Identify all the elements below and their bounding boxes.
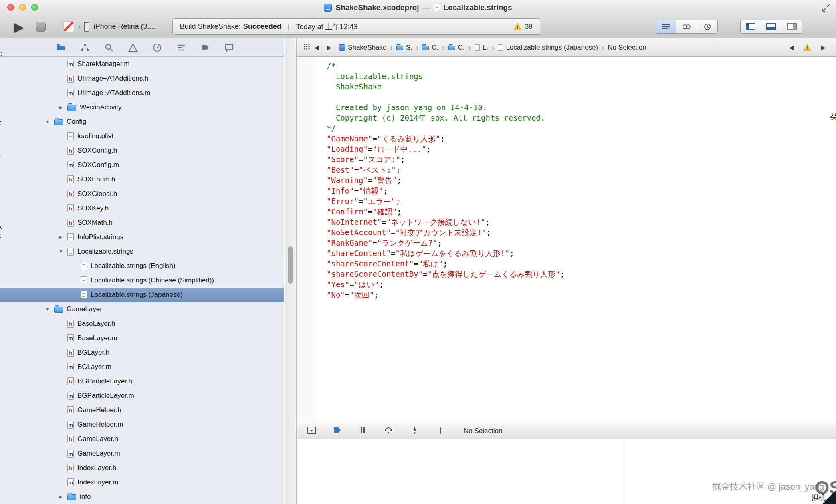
file-row[interactable]: hBGParticleLayer.h (0, 374, 284, 389)
debug-navigator-icon[interactable] (176, 43, 186, 52)
file-row[interactable]: hSOXKey.h (0, 201, 284, 216)
breakpoint-navigator-icon[interactable] (200, 43, 210, 52)
file-row[interactable]: hIndexLayer.h (0, 461, 284, 475)
file-row[interactable]: mShareManager.m (0, 57, 284, 71)
scrollbar-thumb[interactable] (288, 246, 293, 284)
edge-fragment: 类 (830, 111, 836, 122)
m-file-icon: m (67, 450, 74, 458)
file-row[interactable]: Localizable.strings (English) (0, 259, 284, 273)
file-list[interactable]: mShareManager.mhUIImage+ATAdditions.hmUI… (0, 57, 284, 504)
project-navigator-icon[interactable] (56, 43, 66, 52)
step-out-icon[interactable] (436, 426, 445, 436)
file-row[interactable]: Localizable.strings (Chinese (Simplified… (0, 273, 284, 288)
h-file-icon: h (67, 406, 74, 414)
next-issue-icon[interactable]: ▶ (821, 44, 826, 51)
strings-file-icon (81, 262, 87, 270)
file-row[interactable]: hSOXGlobal.h (0, 187, 284, 201)
file-label: ShareManager.m (77, 60, 129, 68)
app-icon (63, 21, 74, 32)
file-row[interactable]: hGameHelper.h (0, 403, 284, 417)
file-row[interactable]: hSOXEnum.h (0, 172, 284, 187)
scheme-selector[interactable]: › iPhone Retina (3.... (63, 21, 155, 32)
run-button[interactable]: ▶ (14, 20, 24, 34)
assistant-editor-button[interactable] (676, 20, 697, 33)
symbol-navigator-icon[interactable] (80, 43, 90, 52)
hide-debug-area-icon[interactable] (307, 426, 316, 436)
code-line: Localizable.strings (327, 71, 565, 81)
search-navigator-icon[interactable] (104, 43, 114, 52)
file-row[interactable]: hBGLayer.h (0, 345, 284, 360)
code-area[interactable]: /* Localizable.strings ShakeShake Create… (327, 60, 565, 300)
disclosure-closed-icon[interactable]: ▶ (59, 234, 67, 240)
file-label: SOXEnum.h (77, 175, 115, 183)
m-file-icon: m (67, 478, 74, 486)
file-row[interactable]: hSOXMath.h (0, 216, 284, 230)
breadcrumb-item[interactable]: No Selection (608, 44, 646, 52)
file-row[interactable]: ▼GameLayer (0, 302, 284, 317)
debug-area-toggle-button[interactable] (761, 20, 781, 33)
file-row[interactable]: ▼Localizable.strings (0, 244, 284, 259)
history-back-icon[interactable]: ◀ (314, 44, 319, 51)
file-row[interactable]: mSOXConfig.m (0, 158, 284, 172)
fullscreen-icon[interactable] (822, 3, 831, 12)
file-row[interactable]: ▶InfoPlist.strings (0, 230, 284, 244)
file-row[interactable]: ▼Config (0, 115, 284, 129)
file-label: BGParticleLayer.h (77, 377, 132, 385)
step-into-icon[interactable] (410, 426, 420, 436)
file-row[interactable]: loading.plist (0, 129, 284, 143)
code-line: ShakeShake (327, 81, 565, 92)
file-row[interactable]: mUIImage+ATAdditions.m (0, 86, 284, 100)
log-navigator-icon[interactable] (224, 43, 234, 52)
previous-issue-icon[interactable]: ◀ (789, 44, 794, 51)
source-editor[interactable]: /* Localizable.strings ShakeShake Create… (297, 57, 836, 423)
breadcrumb-item[interactable]: ShakeShake (339, 44, 386, 52)
file-row[interactable]: mGameHelper.m (0, 417, 284, 432)
disclosure-open-icon[interactable]: ▼ (45, 119, 54, 125)
debug-bar: No Selection (297, 423, 836, 439)
file-row[interactable]: hGameLayer.h (0, 432, 284, 446)
file-row[interactable]: mBGLayer.m (0, 360, 284, 374)
history-forward-icon[interactable]: ▶ (327, 44, 332, 51)
file-row[interactable]: hSOXConfig.h (0, 143, 284, 158)
file-row[interactable]: ▶WeixinActivity (0, 100, 284, 115)
file-label: SOXConfig.m (77, 161, 119, 169)
breadcrumb-item[interactable]: Localizable.strings (Japanese) (498, 44, 598, 52)
disclosure-closed-icon[interactable]: ▶ (59, 105, 67, 110)
debug-area-divider[interactable] (624, 439, 624, 504)
test-navigator-icon[interactable] (152, 43, 162, 52)
breadcrumb-item[interactable]: C. (448, 44, 465, 52)
breadcrumb-item[interactable]: L. (475, 44, 488, 52)
folder-icon (54, 119, 63, 125)
version-editor-button[interactable] (697, 20, 717, 33)
file-row[interactable]: mGameLayer.m (0, 446, 284, 461)
file-row[interactable]: mIndexLayer.m (0, 475, 284, 490)
file-label: Config (67, 118, 86, 126)
breadcrumb-item[interactable]: S. (396, 44, 412, 52)
disclosure-closed-icon[interactable]: ▶ (59, 494, 67, 500)
standard-editor-button[interactable] (656, 20, 676, 33)
strings-key: "Best" (327, 165, 354, 174)
step-over-icon[interactable] (384, 426, 394, 436)
file-row[interactable]: mBaseLayer.m (0, 331, 284, 345)
disclosure-open-icon[interactable]: ▼ (59, 249, 67, 254)
code-line: /* (327, 60, 565, 71)
file-row[interactable]: ▶info (0, 490, 284, 504)
file-row[interactable]: mBGParticleLayer.m (0, 389, 284, 403)
pause-icon[interactable] (358, 426, 368, 436)
warning-badge[interactable]: 38 (513, 23, 533, 31)
utilities-toggle-button[interactable] (781, 20, 802, 33)
navigator-toggle-button[interactable] (741, 20, 761, 33)
file-label: IndexLayer.h (77, 464, 116, 472)
file-row[interactable]: Localizable.strings (Japanese) (0, 288, 284, 302)
disclosure-open-icon[interactable]: ▼ (45, 306, 54, 312)
breakpoints-toggle-icon[interactable] (332, 426, 342, 436)
stop-button[interactable] (36, 22, 46, 32)
file-row[interactable]: hUIImage+ATAdditions.h (0, 71, 284, 86)
strings-key: "NoSetAccount" (327, 228, 391, 237)
file-row[interactable]: hBaseLayer.h (0, 317, 284, 331)
issue-navigator-icon[interactable] (128, 43, 138, 52)
related-items-icon[interactable] (303, 43, 310, 52)
file-label: GameLayer.h (77, 435, 118, 443)
sidebar-scrollbar[interactable] (285, 38, 297, 504)
breadcrumb-item[interactable]: C. (422, 44, 438, 52)
